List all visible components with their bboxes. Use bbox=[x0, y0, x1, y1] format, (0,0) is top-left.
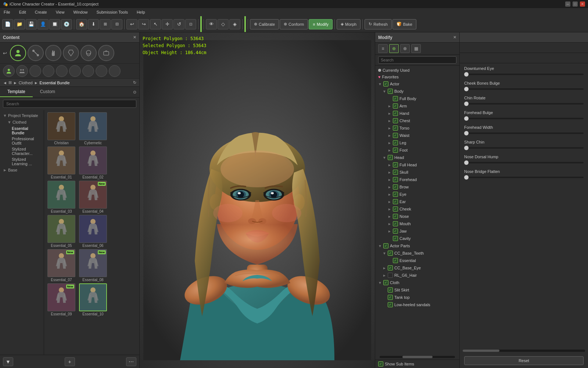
maximize-btn[interactable]: □ bbox=[573, 1, 578, 7]
minimize-btn[interactable]: ─ bbox=[565, 1, 570, 7]
grid-btn[interactable]: ⊞ bbox=[100, 19, 111, 29]
arm-check[interactable]: ✓ bbox=[393, 103, 398, 109]
menu-help[interactable]: Help bbox=[135, 9, 147, 15]
menu-file[interactable]: File bbox=[1, 9, 12, 15]
home-btn[interactable]: 🏠 bbox=[76, 19, 87, 29]
cc-eye-item[interactable]: ► ✓ CC_Base_Eye bbox=[375, 264, 459, 272]
user-btn[interactable]: 👤 bbox=[37, 19, 49, 29]
cavity-check[interactable]: ✓ bbox=[393, 236, 398, 241]
c7-btn[interactable] bbox=[109, 65, 121, 77]
cc-eye-check[interactable]: ✓ bbox=[388, 265, 393, 270]
new-btn[interactable]: 📄 bbox=[2, 19, 13, 29]
slider-scrollbar-thumb[interactable] bbox=[463, 350, 499, 352]
cheek-check[interactable]: ✓ bbox=[393, 206, 398, 212]
minus-btn[interactable]: ⊟ bbox=[111, 19, 122, 29]
open-btn[interactable]: 📁 bbox=[14, 19, 25, 29]
tree-stylized-char[interactable]: Stylized Character... bbox=[10, 146, 42, 156]
nose-dorsal-thumb[interactable] bbox=[464, 160, 469, 165]
actor-parts-check[interactable]: ✓ bbox=[383, 243, 388, 248]
sandals-check[interactable]: ✓ bbox=[388, 302, 393, 307]
back-icon[interactable]: ↩ bbox=[3, 50, 7, 56]
jaw-item[interactable]: ► ✓ Jaw bbox=[375, 227, 459, 235]
brow-item[interactable]: ► ✓ Brow bbox=[375, 183, 459, 191]
content-close-icon[interactable]: ✕ bbox=[133, 35, 136, 40]
downturned-eye-track[interactable] bbox=[464, 74, 584, 75]
currently-used-item[interactable]: Currently Used bbox=[375, 67, 459, 74]
viewport[interactable]: Project Polygon : 53643 Selected Polygon… bbox=[140, 32, 375, 368]
tree-professional-outfit[interactable]: Professional Outfit bbox=[10, 136, 42, 146]
arm-item[interactable]: ► ✓ Arm bbox=[375, 102, 459, 110]
body-check[interactable]: ✓ bbox=[388, 89, 393, 94]
breadcrumb-essential[interactable]: Essential Bundle bbox=[40, 81, 70, 85]
cc-teeth-item[interactable]: ▼ ✓ CC_Base_Teeth bbox=[375, 250, 459, 257]
tank-top-check[interactable]: ✓ bbox=[388, 295, 393, 300]
select-btn[interactable]: ↖ bbox=[150, 19, 161, 29]
slit-skirt-check[interactable]: ✓ bbox=[388, 287, 393, 293]
sharp-chin-thumb[interactable] bbox=[464, 146, 469, 150]
leg-check[interactable]: ✓ bbox=[393, 140, 398, 145]
skull-item[interactable]: ► ✓ Skull bbox=[375, 169, 459, 176]
c6-btn[interactable] bbox=[96, 65, 107, 77]
essential-check[interactable]: ✓ bbox=[393, 258, 398, 263]
settings-icon[interactable]: ⊙ bbox=[133, 90, 136, 95]
hand-item[interactable]: ► ✓ Hand bbox=[375, 110, 459, 117]
actor-parts-item[interactable]: ▼ ✓ Actor Parts bbox=[375, 242, 459, 250]
forehead-check[interactable]: ✓ bbox=[393, 177, 398, 182]
diamond-btn[interactable]: ◇ bbox=[218, 19, 229, 29]
cheek-bones-track[interactable] bbox=[464, 88, 584, 90]
ear-check[interactable]: ✓ bbox=[393, 199, 398, 204]
forehead-item[interactable]: ► ✓ Forehead bbox=[375, 176, 459, 183]
grid-item-essential-08[interactable]: NewEssential_08 bbox=[78, 249, 108, 282]
frame-btn[interactable]: 🔲 bbox=[49, 19, 60, 29]
chest-check[interactable]: ✓ bbox=[393, 118, 398, 123]
tab-icon-texture[interactable]: ⊗ bbox=[400, 44, 410, 53]
chin-rotate-thumb[interactable] bbox=[464, 102, 469, 106]
bottom-down-btn[interactable]: ▼ bbox=[3, 357, 13, 366]
actor-item[interactable]: ▼ ✓ Actor bbox=[375, 80, 459, 88]
c1-btn[interactable] bbox=[29, 65, 41, 77]
forehead-bulge-track[interactable] bbox=[464, 118, 584, 119]
chest-item[interactable]: ► ✓ Chest bbox=[375, 117, 459, 124]
tree-project-template[interactable]: ▼ Project Template bbox=[1, 112, 42, 119]
modify-btn[interactable]: ≡ Modify bbox=[309, 19, 333, 29]
titlebar-controls[interactable]: ─ □ ✕ bbox=[565, 1, 585, 7]
move-btn[interactable]: ✛ bbox=[162, 19, 173, 29]
modify-close-icon[interactable]: ✕ bbox=[453, 35, 456, 40]
tree-essential-bundle[interactable]: Essential Bundle bbox=[10, 125, 42, 136]
menu-create[interactable]: Create bbox=[33, 9, 49, 15]
full-head-check[interactable]: ✓ bbox=[393, 162, 398, 167]
save-btn[interactable]: 💾 bbox=[26, 19, 37, 29]
scale-btn[interactable]: ⊡ bbox=[185, 19, 196, 29]
cloth-icon-btn[interactable] bbox=[63, 45, 79, 61]
skull-check[interactable]: ✓ bbox=[393, 170, 398, 175]
breadcrumb-back[interactable]: ◄ bbox=[3, 81, 7, 85]
right-search-input[interactable] bbox=[378, 56, 456, 64]
grid-item-essential-03[interactable]: Essential_03 bbox=[46, 181, 76, 213]
forehead-bulge-thumb[interactable] bbox=[464, 116, 469, 121]
tab-custom[interactable]: Custom bbox=[33, 87, 62, 97]
c4-btn[interactable] bbox=[69, 65, 81, 77]
tab-icon-checker[interactable]: ▦ bbox=[411, 44, 421, 53]
nose-item[interactable]: ► ✓ Nose bbox=[375, 213, 459, 220]
favorites-item[interactable]: ♥ Favorites bbox=[375, 74, 459, 80]
morph-btn[interactable]: ◈ Morph bbox=[337, 19, 361, 29]
tree-scrollbar-thumb[interactable] bbox=[402, 356, 433, 358]
c3-btn[interactable] bbox=[56, 65, 68, 77]
calibrate-btn[interactable]: ⊕ Calibrate bbox=[250, 19, 279, 29]
redo-btn[interactable]: ↪ bbox=[138, 19, 149, 29]
menu-window[interactable]: Window bbox=[71, 9, 90, 15]
tree-stylized-learning[interactable]: Stylized Learning ... bbox=[10, 156, 42, 167]
foot-check[interactable]: ✓ bbox=[393, 148, 398, 153]
tab-icon-sliders[interactable]: ≡ bbox=[378, 44, 388, 53]
eye-item[interactable]: ► ✓ Eye bbox=[375, 191, 459, 198]
breadcrumb-clothed[interactable]: Clothed bbox=[19, 81, 33, 85]
torso-item[interactable]: ► ✓ Torso bbox=[375, 124, 459, 132]
refresh-icon[interactable]: ↻ bbox=[133, 80, 136, 85]
grid-item-essential-06[interactable]: Essential_06 bbox=[78, 215, 108, 248]
jaw-check[interactable]: ✓ bbox=[393, 229, 398, 234]
waist-check[interactable]: ✓ bbox=[393, 133, 398, 138]
bake-btn[interactable]: 🍞 Bake bbox=[392, 19, 416, 29]
group-small-btn[interactable] bbox=[16, 65, 28, 77]
nose-check[interactable]: ✓ bbox=[393, 214, 398, 219]
checker-btn[interactable]: ◈ bbox=[229, 19, 240, 29]
